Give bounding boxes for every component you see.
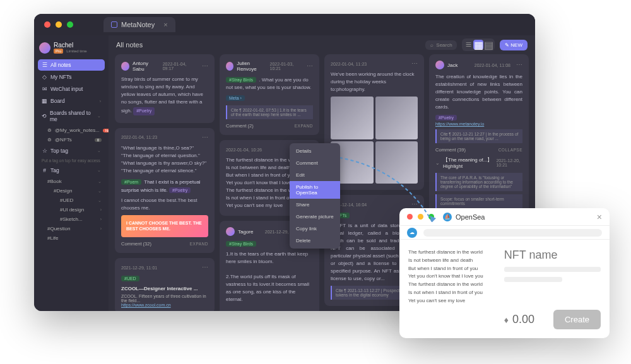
ctx-publish-opensea[interactable]: Publish to OpenSea — [290, 181, 340, 199]
photo-grid — [331, 97, 418, 184]
avatar — [121, 62, 129, 71]
profile-meta: Limited time — [66, 49, 86, 53]
note-card[interactable]: Julien Renvoye2022-01-03, 10:21⋯ #Stray … — [220, 54, 319, 135]
nav-top-tag[interactable]: ☆Top tag⌄ — [38, 145, 105, 156]
opensea-modal: ⛵ OpenSea × ☁ The furthest distance in t… — [399, 208, 610, 338]
maximize-window-icon[interactable] — [67, 21, 73, 28]
tag-uidesign[interactable]: #UI design› — [57, 205, 105, 214]
more-icon[interactable]: ⋯ — [202, 63, 208, 69]
tag-sketch[interactable]: #Sketch...› — [57, 214, 105, 224]
tag-chip[interactable]: #UED — [121, 276, 139, 281]
nft-name-label: NFT name — [504, 249, 601, 262]
tag-icon: # — [42, 168, 47, 173]
tag-ued[interactable]: #UED⌄ — [57, 196, 105, 205]
comments-link[interactable]: Comment (32) — [121, 241, 151, 247]
new-note-button[interactable]: ✎NEW — [500, 40, 528, 50]
tag-chip[interactable]: #Poetry — [169, 187, 191, 193]
ctx-details[interactable]: Details — [290, 145, 340, 157]
more-icon[interactable]: ⋯ — [516, 62, 522, 68]
tab-close-icon[interactable]: × — [163, 21, 167, 28]
minimize-window-icon[interactable] — [56, 21, 62, 28]
tag-chip[interactable]: #Stray Birds — [226, 77, 256, 83]
tag-chip[interactable]: #Poem — [121, 179, 141, 185]
search-input[interactable]: ⌕Search — [425, 40, 457, 50]
top-tag-hint: Put a tag on top for easy access — [38, 157, 105, 164]
note-card[interactable]: Jack2022-01-04, 11:08⋯ The creation of k… — [429, 54, 529, 214]
detail-view-button[interactable]: ▤ — [483, 40, 493, 50]
create-button[interactable]: Create — [553, 310, 601, 329]
nft-icon: ◇ — [42, 74, 47, 80]
tag-life[interactable]: #Life — [44, 233, 105, 243]
tag-book[interactable]: #Book⌄ — [44, 177, 105, 186]
chevron-down-icon: ⌄ — [97, 148, 101, 153]
comments-link[interactable]: Comment (2) — [226, 123, 254, 129]
nav-tag[interactable]: #Tag⌄ — [38, 165, 105, 176]
minimize-window-icon[interactable] — [418, 214, 423, 220]
browser-tab[interactable]: MetaNotey × — [103, 17, 175, 32]
more-icon[interactable]: ⋯ — [202, 264, 208, 271]
photo-thumb[interactable] — [331, 97, 374, 139]
list-view-button[interactable]: ≡ — [463, 40, 473, 50]
expand-button[interactable]: EXPAND — [190, 242, 208, 246]
ctx-share[interactable]: Share — [290, 199, 340, 211]
close-icon[interactable]: × — [597, 212, 602, 222]
highlight-block: I CANNOT CHOOSE THE BEST. THE BEST CHOOS… — [121, 215, 208, 238]
nav-all-notes[interactable]: ☰All notes — [38, 59, 105, 71]
shared-item-nfts[interactable]: ⊚@NFTs0 — [44, 135, 105, 144]
close-window-icon[interactable] — [44, 21, 50, 28]
new-badge: New — [103, 129, 109, 132]
more-icon[interactable]: ⋯ — [411, 201, 418, 208]
note-card[interactable]: 2022-01-04, 11:23⋯ "What language is thi… — [115, 128, 215, 254]
comments-link[interactable]: Comment (39) — [435, 147, 466, 153]
nft-content-preview: The furthest distance in the world Is no… — [408, 249, 495, 329]
cite-block: Cite ¶ 2022-01-02, 07:53 | 1.It is the t… — [226, 105, 313, 119]
chevron-down-icon[interactable]: ⌄ — [435, 160, 440, 166]
note-card[interactable]: Antony Sabu2022-01-04, 09:17⋯ Stray bird… — [115, 54, 215, 123]
pro-badge: Pro — [54, 49, 63, 54]
search-icon: ⌕ — [430, 42, 433, 48]
expand-button[interactable]: EXPAND — [295, 124, 313, 128]
account-icon[interactable]: ☁ — [407, 228, 417, 238]
opensea-icon: ⛵ — [443, 213, 452, 221]
close-window-icon[interactable] — [407, 214, 413, 220]
meta-chip[interactable]: Meta › — [226, 95, 245, 101]
more-icon[interactable]: ⋯ — [411, 61, 418, 67]
shared-item-work[interactable]: ⊚@My_work_notes...New — [44, 126, 105, 135]
tag-chip[interactable]: #Poetry — [133, 107, 155, 115]
ctx-comment[interactable]: Comment — [290, 157, 340, 169]
photo-thumb[interactable] — [375, 141, 418, 184]
avatar — [226, 62, 233, 71]
tag-design[interactable]: #Design⌄ — [50, 186, 105, 196]
quote-block: The core of P.A.R.A. is "focusing or tra… — [435, 173, 522, 191]
tag-chip[interactable]: #Stray Birds — [226, 241, 256, 247]
collapse-button[interactable]: COLLAPSE — [498, 148, 522, 152]
external-link[interactable]: https://www.zcool.com.cn — [121, 303, 208, 307]
avatar — [435, 61, 444, 69]
ctx-copy-link[interactable]: Copy link — [290, 223, 340, 235]
photo-thumb[interactable] — [375, 97, 418, 139]
more-icon[interactable]: ⋯ — [307, 63, 313, 69]
grid-view-button[interactable]: ▦ — [473, 40, 483, 50]
nav-board[interactable]: ▦Board› — [38, 95, 105, 107]
tab-title: MetaNotey — [121, 21, 155, 28]
nav-boards-shared[interactable]: ⟲Boards shared to me⌄ — [38, 107, 105, 125]
shared-icon: ⟲ — [42, 114, 47, 119]
profile-section[interactable]: Rachel Pro Limited time — [38, 39, 105, 59]
ctx-edit[interactable]: Edit — [290, 169, 340, 181]
external-link[interactable]: https://www.metanotey.io — [435, 122, 522, 126]
view-toggle: ≡ ▦ ▤ — [462, 38, 495, 51]
note-card[interactable]: 2021-12-29, 11:01⋯ #UED ZCOOL—Designer I… — [115, 258, 215, 311]
ctx-generate-picture[interactable]: Generate picture — [290, 211, 340, 223]
app-icon — [111, 21, 117, 28]
tag-chip[interactable]: #Poetry — [435, 115, 457, 120]
nav-my-nfts[interactable]: ◇My NFTs — [38, 71, 105, 83]
ctx-delete[interactable]: Delete — [290, 235, 340, 247]
quote-block: Scope: focus on smaller short-term commi… — [435, 194, 522, 208]
page-title: All notes — [116, 41, 420, 49]
maximize-window-icon[interactable] — [428, 214, 434, 220]
tag-question[interactable]: #Question› — [44, 224, 105, 233]
more-icon[interactable]: ⋯ — [202, 134, 208, 141]
url-bar[interactable] — [423, 229, 602, 237]
notes-icon: ☰ — [42, 62, 47, 68]
nav-wechat[interactable]: ✉WeChat input — [38, 83, 105, 95]
